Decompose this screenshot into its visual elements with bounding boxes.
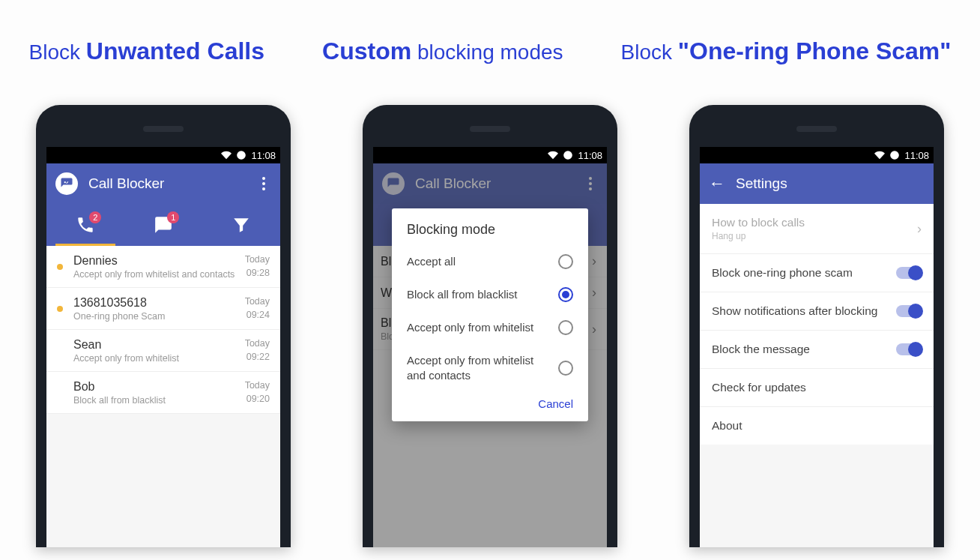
tab-messages[interactable]: 1	[124, 204, 202, 246]
app-logo-icon	[55, 172, 78, 195]
settings-item-title: About	[712, 419, 922, 433]
calls-badge: 2	[89, 211, 101, 223]
status-bar: 11:08	[46, 147, 280, 163]
caption-3-bold: "One-ring Phone Scam"	[678, 37, 952, 64]
sync-icon	[889, 150, 900, 160]
list-item-title: Bob	[73, 380, 238, 394]
dialog-title: Blocking mode	[392, 222, 588, 245]
unread-dot-icon	[57, 264, 63, 270]
settings-item-title: Show notifications after blocking	[712, 304, 889, 318]
filter-icon	[232, 215, 251, 235]
tab-bar: 2 1	[46, 204, 280, 246]
dialog-option[interactable]: Accept all	[392, 245, 588, 278]
unread-dot-placeholder	[57, 348, 63, 354]
settings-item-about[interactable]: About	[700, 407, 934, 445]
phone-2-screen: 11:08 Call Blocker Bl › Wl ›	[373, 147, 607, 547]
status-time: 11:08	[904, 150, 929, 161]
app-title: Settings	[736, 175, 925, 192]
messages-badge: 1	[167, 211, 179, 223]
list-item-title: Sean	[73, 338, 238, 352]
status-time: 11:08	[251, 150, 276, 161]
phones-row: 11:08 Call Blocker 2 1	[0, 105, 980, 547]
dialog-option[interactable]: Block all from blacklist	[392, 278, 588, 311]
radio-icon	[558, 361, 573, 376]
dialog-option[interactable]: Accept only from whitelist and contacts	[392, 344, 588, 391]
settings-item-updates[interactable]: Check for updates	[700, 369, 934, 407]
list-item-title: Dennies	[73, 254, 238, 268]
list-item[interactable]: Dennies Accept only from whitelist and c…	[46, 246, 280, 288]
radio-selected-icon	[558, 287, 573, 302]
app-title: Call Blocker	[88, 175, 246, 192]
settings-item-title: Block the message	[712, 343, 889, 356]
list-item-title: 13681035618	[73, 296, 238, 310]
list-item-time: Today 09:22	[245, 337, 270, 364]
settings-item-sub: Hang up	[712, 231, 910, 241]
status-bar: 11:08	[700, 147, 934, 163]
option-label: Accept all	[407, 254, 558, 269]
list-item-main: 13681035618 One-ring phone Scam	[73, 296, 238, 322]
settings-item-notifications[interactable]: Show notifications after blocking	[700, 292, 934, 331]
settings-item-how-to-block[interactable]: How to block calls Hang up ›	[700, 204, 934, 254]
phone-1-screen: 11:08 Call Blocker 2 1	[46, 147, 280, 547]
list-item-main: Dennies Accept only from whitelist and c…	[73, 254, 238, 280]
phone-3-screen: 11:08 ← Settings How to block calls Hang…	[700, 147, 934, 547]
option-label: Accept only from whitelist	[407, 320, 558, 335]
list-item-sub: Accept only from whitelist	[73, 353, 238, 364]
caption-2-bold: Custom	[322, 37, 411, 64]
list-item-sub: One-ring phone Scam	[73, 311, 238, 322]
list-item-time: Today 09:24	[245, 295, 270, 322]
list-item-main: Bob Block all from blacklist	[73, 380, 238, 406]
list-item[interactable]: Sean Accept only from whitelist Today 09…	[46, 330, 280, 372]
unread-dot-icon	[57, 306, 63, 312]
overflow-menu-icon[interactable]	[256, 175, 271, 193]
settings-list: How to block calls Hang up › Block one-r…	[700, 204, 934, 445]
caption-3-thin: Block	[621, 40, 672, 64]
option-label: Accept only from whitelist and contacts	[407, 353, 558, 382]
caption-2-thin: blocking modes	[417, 40, 563, 64]
dialog-actions: Cancel	[392, 391, 588, 415]
settings-item-one-ring[interactable]: Block one-ring phone scam	[700, 254, 934, 292]
sync-icon	[236, 150, 246, 160]
modal-scrim[interactable]: Blocking mode Accept all Block all from …	[373, 163, 607, 547]
list-item[interactable]: Bob Block all from blacklist Today 09:20	[46, 372, 280, 414]
app-bar: ← Settings	[700, 163, 934, 204]
captions-row: Block Unwanted Calls Custom blocking mod…	[0, 37, 980, 65]
caption-1: Block Unwanted Calls	[29, 37, 265, 65]
unread-dot-placeholder	[57, 390, 63, 396]
wifi-icon	[221, 150, 232, 160]
sync-icon	[563, 150, 573, 160]
list-item-time: Today 09:20	[245, 379, 270, 406]
cancel-button[interactable]: Cancel	[538, 397, 573, 410]
wifi-icon	[548, 150, 558, 160]
option-label: Block all from blacklist	[407, 287, 558, 302]
status-time: 11:08	[578, 150, 602, 161]
phone-speaker	[143, 126, 184, 132]
settings-item-title: Block one-ring phone scam	[712, 266, 889, 280]
phone-2: 11:08 Call Blocker Bl › Wl ›	[363, 105, 617, 547]
tab-filter[interactable]	[202, 204, 280, 246]
list-item[interactable]: 13681035618 One-ring phone Scam Today 09…	[46, 288, 280, 330]
dialog-option[interactable]: Accept only from whitelist	[392, 311, 588, 344]
list-item-time: Today 09:28	[245, 253, 270, 280]
app-bar: Call Blocker	[46, 163, 280, 204]
radio-icon	[558, 254, 573, 269]
tab-calls[interactable]: 2	[46, 204, 124, 246]
caption-1-bold: Unwanted Calls	[86, 37, 264, 64]
radio-icon	[558, 320, 573, 335]
toggle-switch[interactable]	[896, 267, 922, 279]
blocking-mode-dialog: Blocking mode Accept all Block all from …	[392, 208, 588, 421]
blocked-calls-list: Dennies Accept only from whitelist and c…	[46, 246, 280, 414]
toggle-switch[interactable]	[896, 343, 922, 355]
settings-item-title: How to block calls	[712, 216, 910, 229]
back-arrow-icon[interactable]: ←	[709, 174, 725, 193]
caption-1-thin: Block	[29, 40, 80, 64]
phone-3: 11:08 ← Settings How to block calls Hang…	[689, 105, 944, 547]
toggle-switch[interactable]	[896, 305, 922, 317]
list-item-sub: Accept only from whitelist and contacts	[73, 269, 238, 280]
phone-speaker	[470, 126, 510, 132]
settings-item-block-message[interactable]: Block the message	[700, 331, 934, 369]
caption-2: Custom blocking modes	[322, 37, 563, 65]
phone-1: 11:08 Call Blocker 2 1	[36, 105, 291, 547]
settings-item-title: Check for updates	[712, 381, 922, 394]
caption-3: Block "One-ring Phone Scam"	[621, 37, 952, 65]
